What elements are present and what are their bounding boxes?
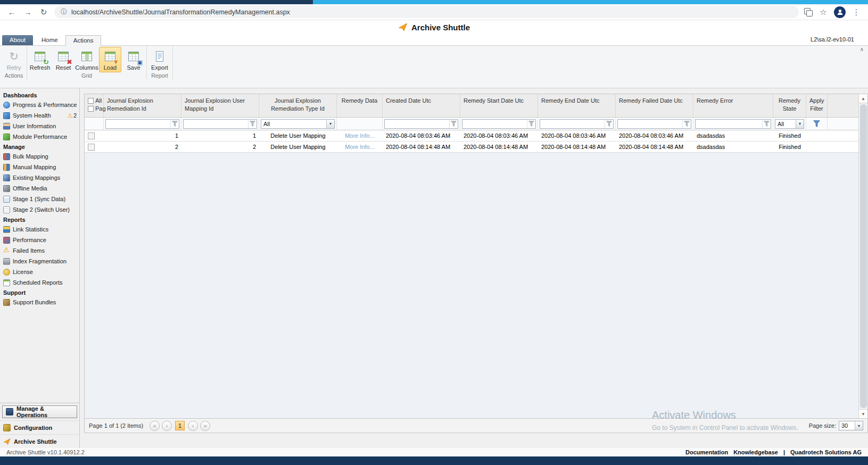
vertical-scrollbar[interactable]: ▲ ▼ — [858, 94, 867, 418]
column-header-remedy-state[interactable]: Remedy State — [773, 94, 806, 117]
sidebar-item-existing-mappings[interactable]: Existing Mappings — [2, 172, 78, 183]
translate-icon[interactable] — [804, 8, 813, 16]
column-header-remedy-failed-date[interactable]: Remedy Failed Date Utc — [616, 94, 693, 117]
collapse-ribbon-icon[interactable]: ∧ — [860, 46, 864, 52]
sidebar-footer-configuration[interactable]: Configuration — [0, 420, 79, 434]
column-header-created-date[interactable]: Created Date Utc — [383, 94, 460, 117]
column-header-remedy-start-date[interactable]: Remedy Start Date Utc — [460, 94, 538, 117]
filter-funnel-icon[interactable] — [527, 120, 535, 128]
sidebar-item-scheduled-reports[interactable]: Scheduled Reports — [2, 277, 78, 288]
column-header-remedy-data[interactable]: Remedy Data — [337, 94, 383, 117]
filter-remedy-start-input[interactable] — [462, 120, 527, 128]
filter-remedy-end-input[interactable] — [540, 120, 605, 128]
row-select-checkbox[interactable] — [88, 144, 95, 151]
table-row[interactable]: 2 2 Delete User Mapping More Info... 202… — [85, 142, 858, 153]
sidebar-item-system-health[interactable]: System Health ⚠2 — [2, 110, 78, 121]
sidebar-item-stage2-switch-user[interactable]: Stage 2 (Switch User) — [2, 204, 78, 215]
user-information-icon — [3, 123, 10, 130]
first-page-button[interactable]: « — [150, 421, 160, 431]
reload-icon[interactable]: ↻ — [38, 7, 49, 17]
filter-funnel-icon[interactable] — [762, 120, 771, 128]
column-header-apply-filter[interactable]: Apply Filter — [806, 94, 828, 117]
columns-button[interactable]: Columns — [76, 47, 98, 72]
sidebar-item-progress-performance[interactable]: Progress & Performance — [2, 99, 78, 110]
more-info-link[interactable]: More Info... — [345, 144, 375, 150]
bookmark-star-icon[interactable]: ☆ — [818, 7, 829, 17]
filter-remedy-error-input[interactable] — [696, 120, 762, 128]
row-select-checkbox[interactable] — [88, 132, 95, 139]
sidebar-footer-label: Manage & Operations — [16, 405, 73, 418]
column-header-remedy-error[interactable]: Remedy Error — [693, 94, 773, 117]
page-size-select[interactable]: 30 ▾ — [839, 421, 863, 430]
forward-icon[interactable]: → — [22, 7, 33, 16]
sidebar-item-index-fragmentation[interactable]: Index Fragmentation — [2, 256, 78, 267]
sidebar-footer-archive-shuttle[interactable]: Archive Shuttle — [0, 434, 79, 448]
save-button[interactable]: ▣ Save — [122, 47, 145, 72]
cell-remedy-failed-date: 2020-08-04 08:03:46 AM — [616, 130, 693, 141]
previous-page-button[interactable]: ‹ — [162, 421, 172, 431]
browser-menu-icon[interactable]: ⋮ — [851, 7, 862, 17]
filter-remedy-failed-input[interactable] — [618, 120, 682, 128]
address-bar[interactable]: ⓘ localhost/ArchiveShuttle/JournalTransf… — [54, 6, 799, 18]
sidebar-item-support-bundles[interactable]: Support Bundles — [2, 297, 78, 308]
reset-button[interactable]: ✖ Reset — [52, 47, 75, 72]
documentation-link[interactable]: Documentation — [685, 449, 728, 455]
tab-actions[interactable]: Actions — [65, 35, 102, 46]
tab-home[interactable]: Home — [34, 35, 65, 45]
manage-operations-icon — [6, 408, 13, 416]
sidebar-footer-manage-operations[interactable]: Manage & Operations — [2, 405, 77, 418]
back-icon[interactable]: ← — [6, 7, 17, 16]
column-header-remediation-type-id[interactable]: Journal Explosion Remediation Type Id — [259, 94, 337, 117]
column-header-remediation-id[interactable]: Journal Explosion Remediation Id — [104, 94, 181, 117]
column-header-user-mapping-id[interactable]: Journal Explosion User Mapping Id — [181, 94, 259, 117]
version-label: Archive Shuttle v10.1.40912.2 — [6, 449, 85, 455]
filter-funnel-icon[interactable] — [605, 120, 613, 128]
tab-about[interactable]: About — [2, 35, 33, 45]
apply-filter-icon[interactable] — [813, 120, 820, 127]
quadrotech-link[interactable]: Quadrotech Solutions AG — [790, 449, 862, 455]
sidebar-item-bulk-mapping[interactable]: Bulk Mapping — [2, 151, 78, 162]
scrollbar-thumb[interactable] — [860, 104, 867, 408]
refresh-button[interactable]: ↻ Refresh — [29, 47, 51, 72]
load-button[interactable]: ▼ Load — [99, 47, 121, 72]
filter-funnel-icon[interactable] — [248, 120, 257, 128]
export-label: Export — [151, 64, 168, 71]
filter-remediation-id-input[interactable] — [106, 120, 170, 128]
page-info-icon[interactable]: ⓘ — [61, 7, 67, 16]
scheduled-reports-icon — [3, 279, 10, 286]
page-number-button[interactable]: 1 — [175, 421, 185, 430]
sidebar-item-performance[interactable]: Performance — [2, 235, 78, 245]
filter-funnel-icon[interactable] — [682, 120, 691, 128]
select-all-checkbox[interactable] — [88, 98, 94, 104]
last-page-button[interactable]: » — [200, 421, 210, 431]
scroll-down-icon[interactable]: ▼ — [859, 409, 867, 418]
select-page-checkbox[interactable] — [88, 106, 94, 112]
export-button[interactable]: Export — [148, 47, 171, 72]
filter-state-select[interactable]: All▾ — [775, 119, 804, 129]
knowledgebase-link[interactable]: Knowledgebase — [733, 449, 778, 455]
column-header-remedy-end-date[interactable]: Remedy End Date Utc — [538, 94, 616, 117]
page-footer: Archive Shuttle v10.1.40912.2 Documentat… — [0, 448, 868, 456]
profile-avatar[interactable] — [834, 6, 846, 18]
next-page-button[interactable]: › — [188, 421, 198, 431]
sidebar-item-module-performance[interactable]: Module Performance — [2, 131, 78, 142]
filter-user-mapping-id-input[interactable] — [184, 120, 248, 128]
filter-funnel-icon[interactable] — [449, 120, 458, 128]
sidebar-item-failed-items[interactable]: Failed Items — [2, 245, 78, 256]
sidebar-item-offline-media[interactable]: Offline Media — [2, 183, 78, 194]
sidebar-item-label: Stage 2 (Switch User) — [13, 206, 70, 213]
sidebar-item-user-information[interactable]: User Information — [2, 121, 78, 131]
sidebar-item-license[interactable]: License — [2, 267, 78, 277]
sidebar-item-manual-mapping[interactable]: Manual Mapping — [2, 162, 78, 172]
sidebar-item-link-statistics[interactable]: Link Statistics — [2, 224, 78, 235]
sidebar-item-stage1-sync-data[interactable]: Stage 1 (Sync Data) — [2, 194, 78, 204]
filter-funnel-icon[interactable] — [170, 120, 179, 128]
manual-mapping-icon — [3, 164, 10, 171]
filter-created-date-input[interactable] — [385, 120, 449, 128]
scroll-up-icon[interactable]: ▲ — [859, 94, 867, 103]
filter-type-select[interactable]: All▾ — [261, 119, 335, 129]
table-row[interactable]: 1 1 Delete User Mapping More Info... 202… — [85, 130, 858, 142]
more-info-link[interactable]: More Info... — [345, 132, 375, 139]
sidebar-item-label: Module Performance — [13, 134, 67, 140]
retry-button[interactable]: ↻ Retry — [3, 47, 25, 72]
